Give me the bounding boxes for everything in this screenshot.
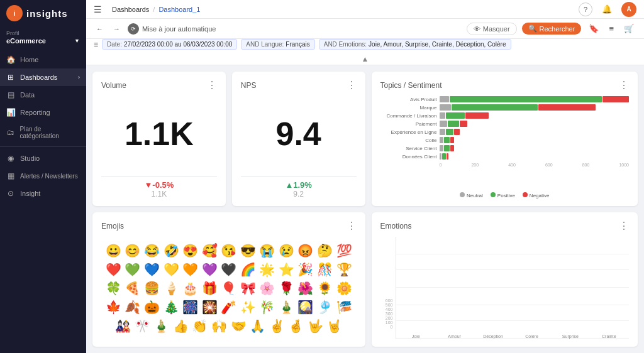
bar-seg-negative — [465, 112, 489, 119]
emotion-bar-label: Joie — [412, 334, 420, 339]
bar-label: Expérience en Ligne — [380, 129, 437, 135]
profile-name[interactable]: eCommerce ▼ — [6, 37, 80, 45]
bar-seg-neutral — [440, 121, 447, 127]
sidebar-item-label: Reporting — [20, 109, 50, 116]
emotions-chart: 6005004003002001000JoieAmourDéceptionCol… — [380, 237, 630, 339]
topics-bar-row: Paiement — [380, 121, 630, 127]
sidebar-item-label: Dashboards — [20, 73, 57, 81]
emotions-card-header: Emotions ⋮ — [380, 220, 630, 232]
sidebar-item-studio[interactable]: ◉ Studio — [0, 149, 86, 167]
hamburger-btn[interactable]: ☰ — [94, 4, 102, 14]
bar-seg-positive — [448, 121, 459, 127]
bar-seg-positive — [444, 137, 450, 143]
emotions-chart-area: 6005004003002001000JoieAmourDéceptionCol… — [380, 237, 630, 339]
emotion-bar-label: Amour — [448, 334, 461, 339]
filter-chip-langue[interactable]: AND Langue: Français — [241, 39, 314, 50]
sidebar-item-alertes[interactable]: ▦ Alertes / Newsletters — [0, 167, 86, 185]
back-button[interactable]: ← — [94, 24, 106, 34]
topbar: ☰ Dashboards / Dashboard_1 ? 🔔 A — [86, 0, 644, 19]
gridline — [396, 287, 630, 288]
volume-delta: ▼-0.5% — [101, 180, 217, 190]
bar-label: Commande / Livraison — [380, 113, 437, 119]
nps-card-menu[interactable]: ⋮ — [347, 79, 357, 91]
bar-label: Marque — [380, 105, 437, 111]
cart-button[interactable]: 🛒 — [621, 23, 636, 35]
topics-bar-row: Données Client — [380, 153, 630, 160]
emotions-bar-area: JoieAmourDéceptionColèreSurpriseCrainte — [396, 237, 630, 339]
topbar-icons: ? 🔔 A — [579, 2, 636, 17]
sidebar-item-reporting[interactable]: 📊 Reporting — [0, 104, 86, 121]
filter-chip-date[interactable]: Date: 27/02/2023 00:00 au 06/03/2023 00:… — [102, 39, 237, 50]
emotion-bar-label: Crainte — [602, 334, 616, 339]
breadcrumb-current[interactable]: Dashboard_1 — [158, 6, 200, 13]
breadcrumb-root[interactable]: Dashboards — [112, 6, 149, 13]
logo-circle: i — [6, 5, 23, 21]
filter-icon[interactable]: ≡ — [94, 40, 98, 49]
bar-track — [440, 145, 630, 151]
bar-label: Avis Produit — [380, 97, 437, 102]
bar-seg-negative — [602, 96, 629, 102]
sidebar-item-label: Alertes / Newsletters — [20, 173, 78, 180]
sidebar-item-label: Home — [20, 56, 38, 63]
bar-track — [440, 153, 630, 160]
sidebar-item-categorisation[interactable]: 🗂 Plan de catégorisation — [0, 121, 86, 144]
sidebar-item-insight[interactable]: ⊙ Insight — [0, 185, 86, 202]
emotions-card-menu[interactable]: ⋮ — [619, 220, 629, 232]
masquer-button[interactable]: 👁 Masquer — [467, 23, 517, 35]
bar-seg-positive — [446, 112, 465, 119]
topics-card-menu[interactable]: ⋮ — [619, 79, 629, 91]
bar-seg-negative — [447, 153, 448, 160]
forward-button[interactable]: → — [111, 24, 123, 34]
topics-card-title: Topics / Sentiment — [380, 81, 442, 90]
sidebar-item-label: Plan de catégorisation — [20, 126, 80, 139]
bar-seg-neutral — [440, 112, 445, 119]
topics-bar-row: Commande / Livraison — [380, 112, 630, 119]
y-axis-labels: 6005004003002001000 — [380, 298, 396, 339]
filter-chip-emotions[interactable]: AND Emotions: Joie, Amour, Surprise, Cra… — [319, 39, 511, 50]
help-icon-btn[interactable]: ? — [579, 3, 592, 16]
bar-seg-negative — [460, 121, 467, 127]
bar-seg-neutral — [440, 145, 443, 151]
menu-button[interactable]: ≡ — [606, 23, 616, 35]
volume-card-menu[interactable]: ⋮ — [207, 79, 217, 91]
collapse-bar[interactable]: ▲ — [94, 53, 636, 65]
sidebar-logo[interactable]: i insights — [0, 0, 86, 26]
bar-track — [440, 121, 630, 127]
emojis-card-header: Emojis ⋮ — [101, 220, 357, 232]
emojis-card: Emojis ⋮ 😀 😊 😂 🤣 😍 🥰 😘 😎 😭 😢 😡 🤔 💯 ❤️ 💚 … — [92, 212, 365, 347]
sidebar-item-home[interactable]: 🏠 Home — [0, 51, 86, 68]
bar-seg-negative — [450, 137, 454, 143]
sidebar: i insights Profil eCommerce ▼ 🏠 Home ⊞ D… — [0, 0, 86, 353]
logo-text: insights — [26, 8, 68, 19]
sidebar-item-dashboards[interactable]: ⊞ Dashboards › — [0, 68, 86, 86]
bar-seg-neutral — [440, 153, 441, 160]
nps-card-header: NPS ⋮ — [241, 79, 357, 91]
alertes-icon: ▦ — [6, 171, 15, 180]
bookmark-button[interactable]: 🔖 — [586, 23, 601, 35]
nps-card-title: NPS — [241, 81, 257, 90]
legend-positive: Positive — [491, 192, 515, 198]
topics-bar-row: Colle — [380, 137, 630, 143]
gridline — [396, 320, 630, 321]
bar-label: Données Client — [380, 154, 437, 160]
sidebar-item-data[interactable]: ▤ Data — [0, 86, 86, 104]
notifications-icon-btn[interactable]: 🔔 — [600, 3, 614, 16]
sidebar-item-label: Insight — [20, 190, 40, 197]
home-icon: 🏠 — [6, 55, 15, 64]
filter-chip-date-value: 27/02/2023 00:00 au 06/03/2023 00:00 — [124, 41, 232, 48]
rechercher-button[interactable]: 🔍 Rechercher — [522, 23, 582, 35]
avatar[interactable]: A — [621, 2, 636, 17]
chevron-up-icon: ▲ — [362, 55, 369, 63]
bar-seg-neutral — [440, 96, 449, 102]
reporting-icon: 📊 — [6, 108, 15, 117]
bar-track — [440, 112, 630, 119]
nps-prev: 9.2 — [241, 190, 357, 198]
emojis-card-menu[interactable]: ⋮ — [347, 220, 357, 232]
categorisation-icon: 🗂 — [6, 128, 15, 137]
bar-label: Service Client — [380, 146, 437, 151]
bar-track — [440, 104, 630, 111]
breadcrumb: Dashboards / Dashboard_1 — [112, 6, 200, 13]
bar-seg-positive — [450, 96, 602, 102]
volume-card-header: Volume ⋮ — [101, 79, 217, 91]
insight-icon: ⊙ — [6, 189, 15, 198]
